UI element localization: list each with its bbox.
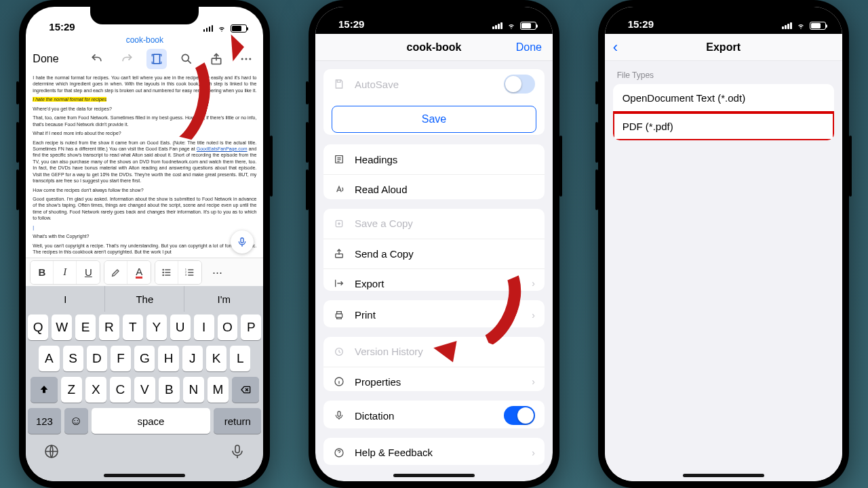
- bullet-list-button[interactable]: [155, 261, 178, 284]
- para: That, too, came from Food Network. Somet…: [33, 115, 256, 127]
- para: What if I need more info about the recip…: [33, 130, 256, 136]
- save-copy-row: Save a Copy: [323, 209, 545, 239]
- done-button[interactable]: Done: [33, 53, 58, 65]
- key-j[interactable]: J: [182, 346, 203, 371]
- dictation-toggle[interactable]: [504, 406, 535, 425]
- svg-point-7: [163, 269, 163, 270]
- share-icon[interactable]: [206, 49, 226, 69]
- key-h[interactable]: H: [158, 346, 178, 371]
- key-d[interactable]: D: [87, 346, 107, 371]
- status-time: 15:29: [628, 18, 654, 30]
- para: How come the recipes don't always follow…: [33, 187, 256, 193]
- file-type-pdf[interactable]: PDF (*.pdf): [613, 113, 834, 140]
- key-e[interactable]: E: [75, 314, 96, 340]
- numbered-list-button[interactable]: 123: [178, 261, 201, 284]
- key-return[interactable]: return: [214, 408, 261, 434]
- section-header: File Types: [617, 70, 830, 80]
- headings-row[interactable]: Headings: [323, 144, 545, 174]
- underline-button[interactable]: U: [77, 261, 100, 284]
- key-z[interactable]: Z: [61, 377, 82, 403]
- save-button[interactable]: Save: [332, 106, 536, 133]
- dictation-row[interactable]: Dictation: [323, 401, 545, 428]
- key-l[interactable]: L: [230, 346, 250, 371]
- key-g[interactable]: G: [134, 346, 155, 371]
- chevron-right-icon: ›: [532, 310, 535, 321]
- key-b[interactable]: B: [159, 377, 180, 403]
- send-copy-icon: [333, 248, 345, 259]
- key-o[interactable]: O: [218, 314, 238, 340]
- globe-icon[interactable]: [43, 443, 60, 468]
- key-q[interactable]: Q: [28, 314, 48, 340]
- undo-icon[interactable]: [87, 49, 107, 69]
- key-w[interactable]: W: [52, 314, 72, 340]
- key-s[interactable]: S: [63, 346, 83, 371]
- key-m[interactable]: M: [208, 377, 229, 403]
- print-row[interactable]: Print ›: [323, 300, 545, 327]
- keyboard[interactable]: I The I'm QWERTYUIOP ASDFGHJKL ZXCVBNM 1…: [26, 286, 263, 481]
- bold-button[interactable]: B: [31, 261, 54, 284]
- key-a[interactable]: A: [39, 346, 59, 371]
- key-c[interactable]: C: [110, 377, 131, 403]
- info-icon: [333, 376, 345, 387]
- para: Each recipe is noted from the show it ca…: [33, 140, 256, 184]
- mic-icon[interactable]: [229, 443, 245, 468]
- key-i[interactable]: I: [194, 314, 214, 340]
- key-emoji[interactable]: ☺: [64, 408, 88, 434]
- mic-icon: [333, 410, 345, 421]
- battery-icon: [231, 24, 247, 33]
- kb-suggestion[interactable]: I'm: [184, 286, 263, 312]
- autosave-toggle[interactable]: [504, 75, 535, 94]
- svg-point-9: [163, 274, 163, 275]
- svg-point-5: [250, 58, 252, 60]
- para: What's with the Copyright?: [33, 233, 256, 239]
- chevron-right-icon: ›: [532, 447, 535, 458]
- history-icon: [333, 346, 345, 357]
- key-f[interactable]: F: [111, 346, 131, 371]
- key-p[interactable]: P: [241, 314, 261, 340]
- key-v[interactable]: V: [134, 377, 155, 403]
- key-backspace[interactable]: [232, 377, 259, 403]
- para: Where'd you get the data for recipes?: [33, 106, 256, 112]
- key-x[interactable]: X: [85, 377, 106, 403]
- done-button[interactable]: Done: [516, 41, 542, 54]
- properties-row[interactable]: Properties ›: [323, 367, 545, 392]
- help-row[interactable]: Help & Feedback ›: [323, 438, 545, 465]
- key-t[interactable]: T: [123, 314, 143, 340]
- format-more-button[interactable]: ⋯: [205, 261, 229, 284]
- svg-rect-14: [235, 445, 239, 453]
- key-n[interactable]: N: [183, 377, 204, 403]
- save-copy-icon: [333, 218, 345, 229]
- sheet-title: cook-book: [407, 41, 462, 54]
- export-row[interactable]: Export ›: [323, 268, 545, 291]
- svg-rect-6: [241, 238, 243, 243]
- file-type-odt[interactable]: OpenDocument Text (*.odt): [613, 84, 834, 113]
- document-body[interactable]: I hate the normal format for recipes. Yo…: [26, 72, 263, 258]
- autosave-icon: [333, 79, 345, 89]
- key-k[interactable]: K: [206, 346, 226, 371]
- back-button[interactable]: ‹: [613, 40, 618, 55]
- send-copy-row[interactable]: Send a Copy: [323, 239, 545, 268]
- key-u[interactable]: U: [170, 314, 191, 340]
- hyperlink[interactable]: GoodEatsFanPage.com: [197, 146, 248, 151]
- wifi-icon: [216, 24, 227, 33]
- key-r[interactable]: R: [99, 314, 119, 340]
- redo-icon[interactable]: [117, 49, 137, 69]
- key-numbers[interactable]: 123: [28, 408, 60, 434]
- svg-point-4: [245, 58, 248, 60]
- cursor-line: |: [33, 224, 256, 230]
- page-title: Export: [706, 41, 741, 54]
- signal-icon: [492, 22, 502, 29]
- key-shift[interactable]: [31, 377, 58, 403]
- status-time: 15:29: [338, 18, 364, 30]
- read-aloud-icon: [333, 184, 345, 195]
- page-fit-icon[interactable]: [146, 49, 167, 69]
- font-color-button[interactable]: A: [127, 261, 151, 284]
- key-y[interactable]: Y: [146, 314, 167, 340]
- kb-suggestion[interactable]: The: [105, 286, 184, 312]
- headings-icon: [333, 154, 345, 165]
- highlight-button[interactable]: [104, 261, 127, 284]
- key-space[interactable]: space: [92, 408, 210, 434]
- italic-button[interactable]: I: [54, 261, 77, 284]
- kb-suggestion[interactable]: I: [26, 286, 105, 312]
- read-aloud-row[interactable]: Read Aloud: [323, 174, 545, 199]
